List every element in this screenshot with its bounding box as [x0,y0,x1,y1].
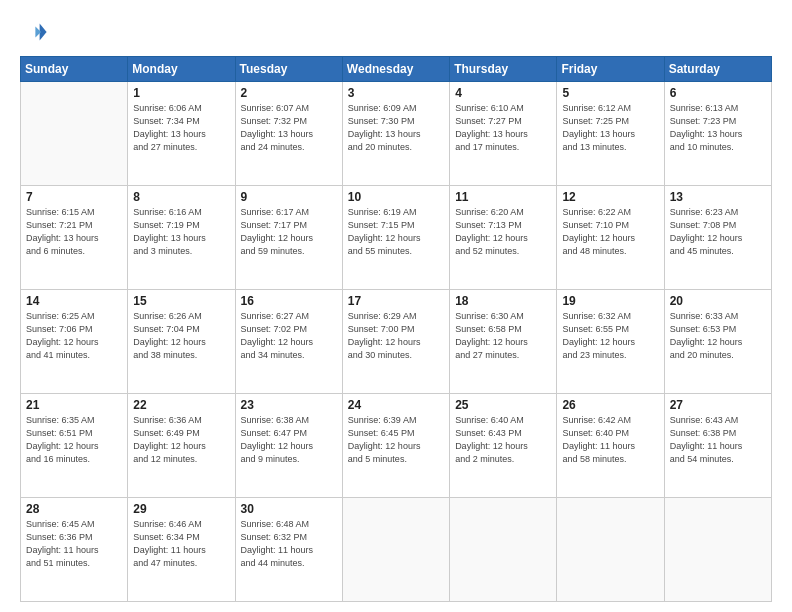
day-info: Sunrise: 6:10 AM Sunset: 7:27 PM Dayligh… [455,102,551,154]
day-number: 12 [562,190,658,204]
day-number: 9 [241,190,337,204]
calendar-cell: 1Sunrise: 6:06 AM Sunset: 7:34 PM Daylig… [128,82,235,186]
day-info: Sunrise: 6:36 AM Sunset: 6:49 PM Dayligh… [133,414,229,466]
day-number: 19 [562,294,658,308]
calendar-cell: 11Sunrise: 6:20 AM Sunset: 7:13 PM Dayli… [450,186,557,290]
logo [20,18,52,46]
calendar-cell: 8Sunrise: 6:16 AM Sunset: 7:19 PM Daylig… [128,186,235,290]
day-number: 29 [133,502,229,516]
calendar-cell: 10Sunrise: 6:19 AM Sunset: 7:15 PM Dayli… [342,186,449,290]
day-info: Sunrise: 6:40 AM Sunset: 6:43 PM Dayligh… [455,414,551,466]
logo-icon [20,18,48,46]
day-number: 7 [26,190,122,204]
calendar-cell: 16Sunrise: 6:27 AM Sunset: 7:02 PM Dayli… [235,290,342,394]
calendar-cell [21,82,128,186]
day-info: Sunrise: 6:17 AM Sunset: 7:17 PM Dayligh… [241,206,337,258]
day-number: 20 [670,294,766,308]
calendar-cell: 27Sunrise: 6:43 AM Sunset: 6:38 PM Dayli… [664,394,771,498]
calendar-cell [557,498,664,602]
weekday-header-saturday: Saturday [664,57,771,82]
day-number: 25 [455,398,551,412]
day-info: Sunrise: 6:27 AM Sunset: 7:02 PM Dayligh… [241,310,337,362]
day-info: Sunrise: 6:22 AM Sunset: 7:10 PM Dayligh… [562,206,658,258]
day-number: 2 [241,86,337,100]
week-row-2: 7Sunrise: 6:15 AM Sunset: 7:21 PM Daylig… [21,186,772,290]
day-number: 30 [241,502,337,516]
day-number: 3 [348,86,444,100]
calendar-cell: 15Sunrise: 6:26 AM Sunset: 7:04 PM Dayli… [128,290,235,394]
calendar-cell: 30Sunrise: 6:48 AM Sunset: 6:32 PM Dayli… [235,498,342,602]
week-row-4: 21Sunrise: 6:35 AM Sunset: 6:51 PM Dayli… [21,394,772,498]
calendar-cell: 25Sunrise: 6:40 AM Sunset: 6:43 PM Dayli… [450,394,557,498]
day-number: 24 [348,398,444,412]
day-number: 26 [562,398,658,412]
weekday-header-tuesday: Tuesday [235,57,342,82]
page: SundayMondayTuesdayWednesdayThursdayFrid… [0,0,792,612]
day-number: 10 [348,190,444,204]
day-info: Sunrise: 6:12 AM Sunset: 7:25 PM Dayligh… [562,102,658,154]
day-info: Sunrise: 6:13 AM Sunset: 7:23 PM Dayligh… [670,102,766,154]
calendar-cell [342,498,449,602]
week-row-1: 1Sunrise: 6:06 AM Sunset: 7:34 PM Daylig… [21,82,772,186]
calendar-cell: 5Sunrise: 6:12 AM Sunset: 7:25 PM Daylig… [557,82,664,186]
day-number: 28 [26,502,122,516]
day-number: 21 [26,398,122,412]
day-info: Sunrise: 6:16 AM Sunset: 7:19 PM Dayligh… [133,206,229,258]
day-info: Sunrise: 6:30 AM Sunset: 6:58 PM Dayligh… [455,310,551,362]
calendar-cell [664,498,771,602]
day-info: Sunrise: 6:35 AM Sunset: 6:51 PM Dayligh… [26,414,122,466]
calendar-cell: 23Sunrise: 6:38 AM Sunset: 6:47 PM Dayli… [235,394,342,498]
calendar-cell: 9Sunrise: 6:17 AM Sunset: 7:17 PM Daylig… [235,186,342,290]
calendar-cell: 21Sunrise: 6:35 AM Sunset: 6:51 PM Dayli… [21,394,128,498]
weekday-header-friday: Friday [557,57,664,82]
day-info: Sunrise: 6:23 AM Sunset: 7:08 PM Dayligh… [670,206,766,258]
day-number: 11 [455,190,551,204]
calendar-cell: 26Sunrise: 6:42 AM Sunset: 6:40 PM Dayli… [557,394,664,498]
calendar-cell: 13Sunrise: 6:23 AM Sunset: 7:08 PM Dayli… [664,186,771,290]
calendar-cell: 24Sunrise: 6:39 AM Sunset: 6:45 PM Dayli… [342,394,449,498]
day-number: 15 [133,294,229,308]
weekday-header-sunday: Sunday [21,57,128,82]
day-info: Sunrise: 6:45 AM Sunset: 6:36 PM Dayligh… [26,518,122,570]
calendar-cell: 12Sunrise: 6:22 AM Sunset: 7:10 PM Dayli… [557,186,664,290]
calendar-cell: 7Sunrise: 6:15 AM Sunset: 7:21 PM Daylig… [21,186,128,290]
calendar-cell: 2Sunrise: 6:07 AM Sunset: 7:32 PM Daylig… [235,82,342,186]
calendar-cell: 19Sunrise: 6:32 AM Sunset: 6:55 PM Dayli… [557,290,664,394]
weekday-header-row: SundayMondayTuesdayWednesdayThursdayFrid… [21,57,772,82]
calendar-cell: 6Sunrise: 6:13 AM Sunset: 7:23 PM Daylig… [664,82,771,186]
calendar-cell: 22Sunrise: 6:36 AM Sunset: 6:49 PM Dayli… [128,394,235,498]
day-number: 13 [670,190,766,204]
day-info: Sunrise: 6:15 AM Sunset: 7:21 PM Dayligh… [26,206,122,258]
calendar-cell: 4Sunrise: 6:10 AM Sunset: 7:27 PM Daylig… [450,82,557,186]
calendar-cell: 17Sunrise: 6:29 AM Sunset: 7:00 PM Dayli… [342,290,449,394]
day-info: Sunrise: 6:09 AM Sunset: 7:30 PM Dayligh… [348,102,444,154]
day-info: Sunrise: 6:46 AM Sunset: 6:34 PM Dayligh… [133,518,229,570]
calendar-cell: 18Sunrise: 6:30 AM Sunset: 6:58 PM Dayli… [450,290,557,394]
day-number: 8 [133,190,229,204]
calendar-cell: 28Sunrise: 6:45 AM Sunset: 6:36 PM Dayli… [21,498,128,602]
day-info: Sunrise: 6:38 AM Sunset: 6:47 PM Dayligh… [241,414,337,466]
day-info: Sunrise: 6:42 AM Sunset: 6:40 PM Dayligh… [562,414,658,466]
weekday-header-wednesday: Wednesday [342,57,449,82]
day-info: Sunrise: 6:25 AM Sunset: 7:06 PM Dayligh… [26,310,122,362]
day-info: Sunrise: 6:39 AM Sunset: 6:45 PM Dayligh… [348,414,444,466]
day-number: 5 [562,86,658,100]
weekday-header-thursday: Thursday [450,57,557,82]
day-info: Sunrise: 6:26 AM Sunset: 7:04 PM Dayligh… [133,310,229,362]
day-number: 27 [670,398,766,412]
day-number: 18 [455,294,551,308]
day-number: 23 [241,398,337,412]
day-info: Sunrise: 6:33 AM Sunset: 6:53 PM Dayligh… [670,310,766,362]
day-info: Sunrise: 6:07 AM Sunset: 7:32 PM Dayligh… [241,102,337,154]
week-row-3: 14Sunrise: 6:25 AM Sunset: 7:06 PM Dayli… [21,290,772,394]
calendar-cell: 3Sunrise: 6:09 AM Sunset: 7:30 PM Daylig… [342,82,449,186]
day-number: 16 [241,294,337,308]
header [20,18,772,46]
day-info: Sunrise: 6:20 AM Sunset: 7:13 PM Dayligh… [455,206,551,258]
week-row-5: 28Sunrise: 6:45 AM Sunset: 6:36 PM Dayli… [21,498,772,602]
day-number: 4 [455,86,551,100]
calendar-table: SundayMondayTuesdayWednesdayThursdayFrid… [20,56,772,602]
calendar-cell: 29Sunrise: 6:46 AM Sunset: 6:34 PM Dayli… [128,498,235,602]
day-info: Sunrise: 6:43 AM Sunset: 6:38 PM Dayligh… [670,414,766,466]
day-number: 22 [133,398,229,412]
